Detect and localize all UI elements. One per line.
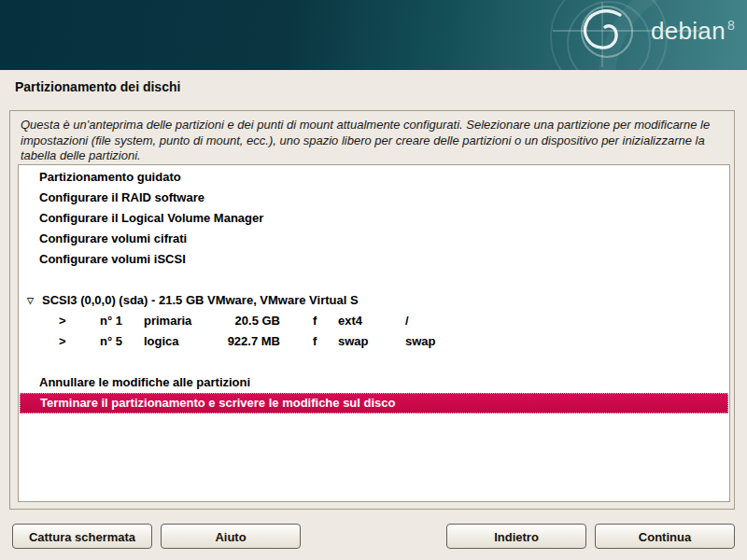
expander-right-icon[interactable]: > (59, 311, 66, 331)
list-item-partition-1[interactable]: > n° 1 primaria 20.5 GB f ext4 / (20, 311, 728, 331)
list-item-undo-changes[interactable]: Annullare le modifiche alle partizioni (20, 372, 728, 393)
disk-label: SCSI3 (0,0,0) (sda) - 21.5 GB VMware, VM… (42, 290, 359, 311)
partition-size: 20.5 GB (202, 311, 280, 331)
partition-mountpoint: swap (405, 331, 436, 352)
partition-size: 922.7 MB (202, 331, 280, 352)
partition-list-rows: Partizionamento guidato Configurare il R… (20, 167, 728, 413)
partition-type: primaria (144, 311, 191, 331)
partition-type: logica (144, 331, 179, 352)
debian-logo-text: debian8 (651, 19, 735, 43)
partition-number: n° 5 (100, 331, 122, 352)
screenshot-button[interactable]: Cattura schermata (12, 524, 152, 549)
partition-filesystem: swap (338, 331, 369, 352)
content-frame: Questa è un'anteprima delle partizioni e… (9, 110, 735, 510)
list-spacer (20, 270, 728, 290)
intro-text: Questa è un'anteprima delle partizioni e… (21, 118, 723, 164)
list-item-configure-raid[interactable]: Configurare il RAID software (20, 188, 728, 208)
banner: debian8 (0, 0, 747, 70)
back-button[interactable]: Indietro (446, 524, 586, 549)
list-item-configure-iscsi[interactable]: Configurare volumi iSCSI (20, 249, 728, 270)
list-spacer (20, 352, 728, 372)
continue-button[interactable]: Continua (595, 524, 735, 549)
list-item-finish-partitioning[interactable]: Terminare il partizionamento e scrivere … (20, 393, 728, 413)
partition-format-flag: f (313, 311, 317, 331)
help-button[interactable]: Aiuto (161, 524, 301, 549)
partition-number: n° 1 (100, 311, 122, 331)
list-item-guided-partitioning[interactable]: Partizionamento guidato (20, 167, 728, 188)
debian-swirl-icon (0, 0, 747, 70)
list-item-configure-encrypted[interactable]: Configurare volumi cifrati (20, 229, 728, 249)
partition-mountpoint: / (405, 311, 409, 331)
page-title: Partizionamento dei dischi (15, 79, 180, 94)
partition-format-flag: f (313, 331, 317, 352)
expander-down-icon[interactable]: ▽ (27, 290, 34, 311)
list-item-configure-lvm[interactable]: Configurare il Logical Volume Manager (20, 208, 728, 229)
list-item-partition-5[interactable]: > n° 5 logica 922.7 MB f swap swap (20, 331, 728, 352)
list-item-disk-sda[interactable]: ▽ SCSI3 (0,0,0) (sda) - 21.5 GB VMware, … (20, 290, 728, 311)
partition-list: Partizionamento guidato Configurare il R… (18, 164, 730, 502)
partition-filesystem: ext4 (338, 311, 362, 331)
expander-right-icon[interactable]: > (59, 331, 66, 352)
debian-version: 8 (727, 18, 735, 33)
